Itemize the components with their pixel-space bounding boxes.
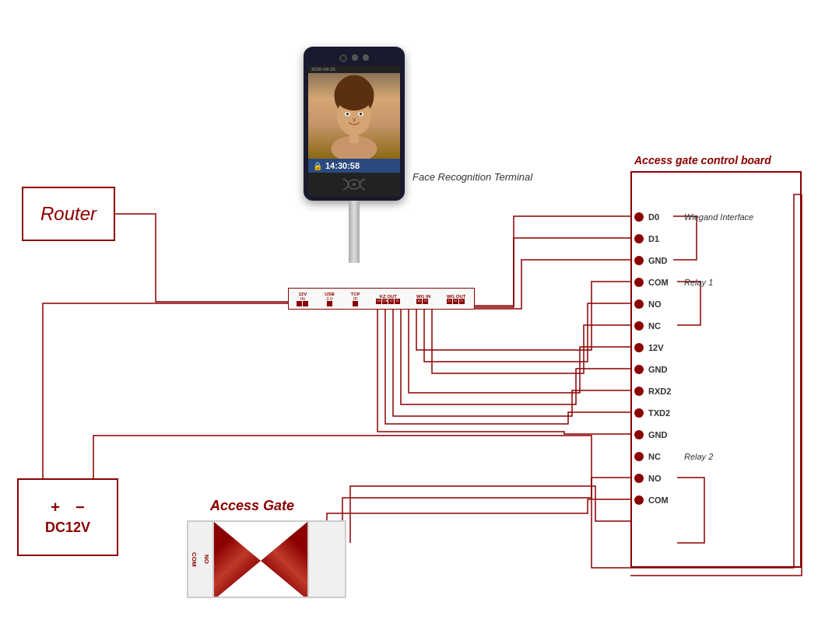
svg-point-8 xyxy=(360,113,362,115)
pin-dot-no2 xyxy=(634,474,644,483)
terminal-sensor-dot xyxy=(352,54,358,61)
access-gate-container: Access Gate COM NO xyxy=(187,498,346,598)
terminal-pins-list: D0 Wiegand Interface D1 GND COM Relay 1 … xyxy=(634,206,753,511)
terminal-face-image xyxy=(308,73,400,159)
battery-minus-terminal: − xyxy=(75,499,85,516)
battery-plus-terminal: + xyxy=(51,499,60,516)
pin-row-nc1: NC xyxy=(634,315,753,337)
pin-dot-gnd1 xyxy=(634,256,644,265)
gate-doors xyxy=(214,520,307,598)
connector-tcp: TCP IP xyxy=(351,292,360,306)
pin-name-12v: 12V xyxy=(648,343,678,352)
terminal-led-dot xyxy=(363,54,369,61)
pin-name-gnd3: GND xyxy=(648,430,678,439)
connector-kz-out: KZ OUT NO COM D0 D1 xyxy=(376,294,400,304)
pin-dot-gnd2 xyxy=(634,365,644,374)
pin-row-gnd2: GND xyxy=(634,359,753,380)
pin-row-d0: D0 Wiegand Interface xyxy=(634,206,753,228)
pin-name-com2: COM xyxy=(648,495,678,505)
pin-row-com: COM Relay 1 xyxy=(634,271,753,293)
gate-right-panel xyxy=(307,520,346,598)
pin-dot-d0 xyxy=(634,212,644,222)
gate-left-panel: COM NO xyxy=(187,520,214,598)
terminal-device: 2020-09-23 xyxy=(304,47,405,201)
pin-dot-rxd2 xyxy=(634,387,644,396)
pin-name-txd2: TXD2 xyxy=(648,408,678,418)
connector-12v: 12V IN xyxy=(297,292,308,306)
pin-dot-com2 xyxy=(634,495,644,505)
gate-no-label: NO xyxy=(203,555,210,564)
pin-row-gnd1: GND xyxy=(634,250,753,271)
pin-row-d1: D1 xyxy=(634,228,753,250)
pin-name-d0: D0 xyxy=(648,212,678,222)
svg-rect-4 xyxy=(349,131,359,142)
svg-point-7 xyxy=(346,113,349,115)
gate-visual: COM NO xyxy=(187,520,346,598)
terminal-screen: 2020-09-23 xyxy=(308,65,400,196)
pin-dot-com xyxy=(634,278,644,287)
pin-dot-no1 xyxy=(634,299,644,309)
pin-dot-gnd3 xyxy=(634,430,644,439)
control-board-title: Access gate control board xyxy=(634,154,771,166)
pin-row-rxd2: RXD2 xyxy=(634,380,753,402)
pin-row-no1: NO xyxy=(634,293,753,315)
pin-name-com: COM xyxy=(648,278,678,287)
terminal-screen-top: 2020-09-23 xyxy=(308,65,400,73)
gate-com-label: COM xyxy=(191,552,198,567)
pin-name-nc2: NC xyxy=(648,452,678,461)
pin-dot-d1 xyxy=(634,234,644,243)
terminal-label: Face Recognition Terminal xyxy=(412,171,532,183)
pin-row-gnd3: GND xyxy=(634,424,753,446)
pin-dot-12v xyxy=(634,343,644,352)
pin-dot-txd2 xyxy=(634,408,644,418)
svg-point-10 xyxy=(353,183,356,186)
access-gate-title: Access Gate xyxy=(210,498,346,514)
pin-row-com2: COM xyxy=(634,489,753,511)
wiegand-interface-label: Wiegand Interface xyxy=(684,212,753,222)
router-box: Router xyxy=(22,187,115,241)
terminal-camera-icon xyxy=(339,54,347,62)
terminal-date: 2020-09-23 xyxy=(311,67,335,72)
terminal-pole xyxy=(349,201,360,263)
pin-dot-nc1 xyxy=(634,321,644,331)
relay1-label: Relay 1 xyxy=(684,278,713,287)
pin-name-rxd2: RXD2 xyxy=(648,387,678,396)
connector-wg-in: WG IN A0 ZN xyxy=(416,294,430,304)
pin-name-gnd2: GND xyxy=(648,365,678,374)
pin-name-d1: D1 xyxy=(648,234,678,243)
pin-dot-nc2 xyxy=(634,452,644,461)
terminal-base-connectors: 12V IN USB 2.0 TCP IP KZ OUT NO COM D0 D… xyxy=(288,288,475,310)
pin-row-nc2: NC Relay 2 xyxy=(634,446,753,467)
connector-wg-out: WG OUT Z1 D0 D1 xyxy=(447,294,466,304)
connector-usb: USB 2.0 xyxy=(325,292,335,306)
relay2-label: Relay 2 xyxy=(684,452,713,461)
pin-row-no2: NO xyxy=(634,467,753,489)
pin-row-txd2: TXD2 xyxy=(634,402,753,424)
battery-terminals: + − xyxy=(51,499,84,516)
router-label: Router xyxy=(40,203,97,225)
pin-name-no1: NO xyxy=(648,299,678,309)
terminal-time-bar: 🔒 14:30:58 xyxy=(308,159,400,173)
terminal-top-bar xyxy=(308,51,400,65)
battery-label: DC12V xyxy=(45,520,90,536)
svg-point-2 xyxy=(335,78,374,110)
lock-icon: 🔒 xyxy=(313,162,322,170)
terminal-time: 14:30:58 xyxy=(325,161,360,170)
terminal-container: 2020-09-23 xyxy=(304,47,405,263)
gate-door-right xyxy=(261,522,307,598)
pin-name-no2: NO xyxy=(648,474,678,483)
pin-row-12v: 12V xyxy=(634,337,753,359)
battery-box: + − DC12V xyxy=(17,478,118,556)
terminal-rfid-area xyxy=(308,173,400,196)
pin-name-nc1: NC xyxy=(648,321,678,331)
pin-name-gnd1: GND xyxy=(648,256,678,265)
gate-door-left xyxy=(214,522,261,598)
